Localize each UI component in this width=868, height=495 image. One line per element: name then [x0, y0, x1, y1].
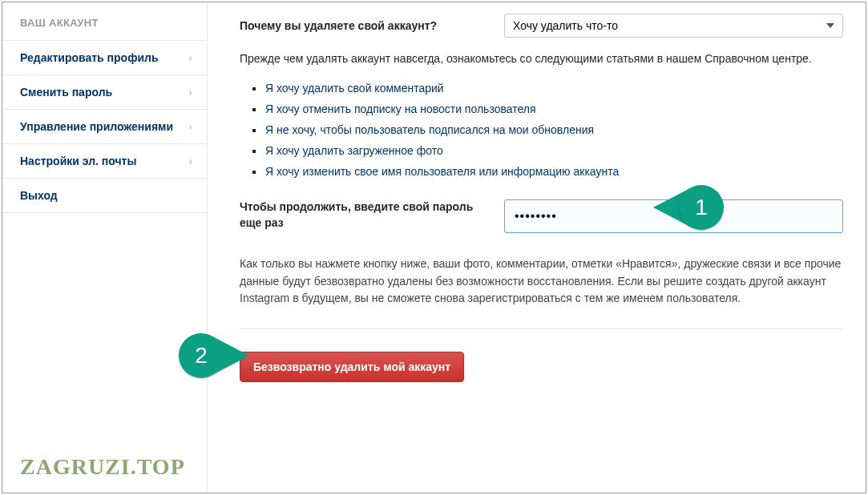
sidebar-item-logout[interactable]: Выход — [2, 178, 207, 213]
delete-reason-select[interactable]: Хочу удалить что-то — [504, 14, 843, 38]
sidebar-item-label: Выход — [20, 189, 58, 202]
chevron-right-icon: › — [188, 155, 192, 167]
sidebar-item-label: Управление приложениями — [20, 120, 173, 133]
sidebar-item-change-password[interactable]: Сменить пароль › — [2, 74, 207, 109]
help-link[interactable]: Я хочу изменить свое имя пользователя ил… — [254, 161, 843, 182]
sidebar: ВАШ АККАУНТ Редактировать профиль › Смен… — [2, 2, 208, 493]
help-link[interactable]: Я хочу удалить свой комментарий — [254, 78, 843, 99]
divider — [240, 328, 843, 329]
sidebar-item-email-settings[interactable]: Настройки эл. почты › — [2, 143, 207, 178]
delete-reason-row: Почему вы удаляете свой аккаунт? Хочу уд… — [240, 14, 843, 38]
chevron-right-icon: › — [188, 86, 192, 99]
sidebar-item-label: Настройки эл. почты — [20, 155, 136, 167]
settings-frame: ВАШ АККАУНТ Редактировать профиль › Смен… — [2, 2, 866, 493]
main-content: Почему вы удаляете свой аккаунт? Хочу уд… — [208, 2, 866, 493]
warning-text: Как только вы нажмете кнопку ниже, ваши … — [240, 256, 843, 308]
sidebar-item-label: Сменить пароль — [20, 86, 112, 99]
sidebar-item-manage-apps[interactable]: Управление приложениями › — [2, 109, 207, 143]
chevron-right-icon: › — [188, 51, 192, 64]
password-label: Чтобы продолжить, введите свой пароль ещ… — [240, 199, 480, 231]
help-link[interactable]: Я хочу удалить загруженное фото — [254, 140, 843, 161]
sidebar-item-label: Редактировать профиль — [20, 51, 159, 64]
delete-reason-label: Почему вы удаляете свой аккаунт? — [240, 19, 480, 32]
chevron-right-icon: › — [188, 120, 192, 133]
delete-account-button[interactable]: Безвозвратно удалить мой аккаунт — [240, 352, 464, 382]
help-link[interactable]: Я хочу отменить подписку на новости поль… — [254, 99, 843, 119]
password-row: Чтобы продолжить, введите свой пароль ещ… — [240, 199, 843, 233]
intro-text: Прежде чем удалять аккаунт навсегда, озн… — [240, 52, 843, 65]
help-links-list: Я хочу удалить свой комментарий Я хочу о… — [240, 78, 843, 182]
password-input[interactable] — [504, 199, 843, 233]
sidebar-item-edit-profile[interactable]: Редактировать профиль › — [2, 40, 207, 74]
sidebar-header: ВАШ АККАУНТ — [2, 2, 207, 40]
help-link[interactable]: Я не хочу, чтобы пользователь подписался… — [254, 119, 843, 140]
